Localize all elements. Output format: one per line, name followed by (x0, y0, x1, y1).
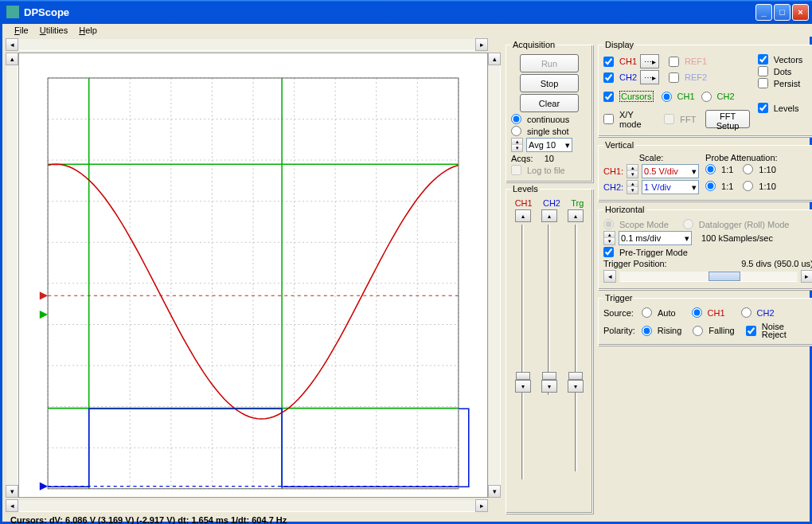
svg-marker-25 (40, 311, 48, 319)
trigger-panel: Trigger Source: Auto CH1 CH2 Polarity: R… (598, 293, 812, 346)
vectors-checkbox[interactable] (758, 54, 768, 65)
falling-radio[interactable] (693, 326, 703, 336)
ch2-scale-combo[interactable]: 1 V/div▾ (642, 180, 699, 194)
app-icon (6, 6, 19, 18)
probe2-11-radio[interactable] (705, 181, 716, 191)
scroll-left-icon[interactable]: ◂ (6, 38, 18, 51)
scrollbar-bottom[interactable]: ◂▸ (6, 499, 501, 512)
ch1-scale-combo[interactable]: 0.5 V/div▾ (642, 164, 699, 178)
scrollbar-right[interactable]: ▴▾ (488, 53, 501, 498)
xy-checkbox[interactable] (603, 114, 614, 124)
log-checkbox (511, 165, 521, 175)
cursor-ch2-radio[interactable] (701, 92, 712, 102)
menu-help[interactable]: Help (73, 24, 103, 37)
display-panel: Display CH1 ⋯▸ REF1 CH2 ⋯▸ REF2 Cursors … (598, 40, 812, 137)
levels-panel: Levels CH1 CH2 Trg ▴▾ ▴▾ ▴▾ (506, 184, 593, 514)
status-bar: Cursors: dV: 6.086 V (3.169 V) (-2.917 V… (6, 514, 812, 524)
trig-ch2-radio[interactable] (741, 307, 751, 318)
clear-button[interactable]: Clear (520, 94, 579, 112)
run-button[interactable]: Run (520, 54, 579, 72)
scrollbar-top[interactable]: ◂ ▸ (6, 38, 501, 51)
single-shot-radio[interactable] (511, 126, 521, 136)
ref2-checkbox[interactable] (669, 72, 679, 83)
dots-checkbox[interactable] (758, 66, 768, 76)
fft-setup-button[interactable]: FFT Setup (705, 110, 749, 128)
svg-marker-23 (40, 291, 48, 299)
cursors-checkbox[interactable] (603, 92, 614, 102)
titlebar: DPScope _ □ × (0, 0, 812, 24)
persist-checkbox[interactable] (758, 78, 768, 88)
plot-area: ◂ ▸ ▴ ▾ (6, 37, 501, 514)
scroll-right-icon[interactable]: ▸ (475, 38, 488, 51)
continuous-radio[interactable] (511, 114, 521, 124)
rising-radio[interactable] (642, 326, 652, 336)
ch1-store-button[interactable]: ⋯▸ (640, 54, 659, 68)
cursor-ch1-radio[interactable] (662, 92, 672, 102)
ch2-scale-spinner[interactable]: ▴▾ (627, 180, 638, 194)
ch1-checkbox[interactable] (603, 57, 614, 67)
pretrigger-checkbox[interactable] (603, 247, 614, 257)
trig-ch1-radio[interactable] (692, 307, 702, 318)
trigger-pos-scrollbar[interactable]: ◂ ▸ (603, 270, 812, 283)
avg-spinner[interactable]: ▴▾ (511, 138, 523, 152)
oscilloscope-plot[interactable] (18, 53, 488, 498)
minimize-button[interactable]: _ (755, 4, 772, 21)
timebase-spinner[interactable]: ▴▾ (603, 231, 615, 245)
ref1-checkbox[interactable] (669, 57, 679, 67)
ch2-checkbox[interactable] (603, 72, 614, 83)
menu-utilities[interactable]: Utilities (34, 24, 73, 37)
svg-marker-24 (40, 482, 48, 490)
acquisition-panel: Acquisition Run Stop Clear continuous si… (506, 40, 593, 182)
scope-mode-radio (603, 219, 614, 229)
level-slider-ch2[interactable]: ▴▾ (541, 209, 558, 393)
menu-file[interactable]: File (9, 24, 34, 37)
maximize-button[interactable]: □ (774, 4, 791, 21)
scrollbar-left[interactable]: ▴ ▾ (6, 53, 18, 498)
ch1-scale-spinner[interactable]: ▴▾ (627, 164, 638, 178)
timebase-combo[interactable]: 0.1 ms/div▾ (619, 231, 692, 245)
acquisition-legend: Acquisition (511, 40, 556, 49)
scroll-up-icon[interactable]: ▴ (6, 53, 18, 65)
window-title: DPScope (22, 6, 754, 18)
ch2-store-button[interactable]: ⋯▸ (640, 70, 659, 84)
menubar: File Utilities Help (6, 24, 812, 37)
vertical-panel: Vertical Scale: CH1: ▴▾ 0.5 V/div▾ CH2: … (598, 140, 812, 201)
close-button[interactable]: × (792, 4, 809, 21)
stop-button[interactable]: Stop (520, 74, 579, 92)
trig-auto-radio[interactable] (642, 307, 652, 318)
roll-mode-radio (683, 219, 693, 229)
fft-checkbox (664, 114, 674, 124)
noise-checkbox[interactable] (746, 326, 756, 336)
level-slider-trg[interactable]: ▴▾ (567, 209, 584, 393)
probe1-110-radio[interactable] (743, 164, 753, 174)
probe1-11-radio[interactable] (705, 164, 716, 174)
status-text: Cursors: dV: 6.086 V (3.169 V) (-2.917 V… (10, 515, 287, 524)
scroll-down-icon[interactable]: ▾ (6, 485, 18, 498)
probe2-110-radio[interactable] (743, 181, 753, 191)
level-slider-ch1[interactable]: ▴▾ (514, 209, 532, 393)
horizontal-panel: Horizontal Scope Mode Datalogger (Roll) … (598, 205, 812, 290)
levels-checkbox[interactable] (758, 103, 768, 113)
avg-combo[interactable]: Avg 10▾ (526, 138, 572, 152)
